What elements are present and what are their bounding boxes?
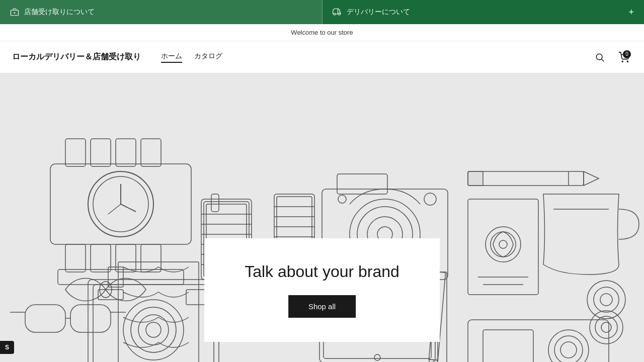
shopify-logo: S <box>5 344 9 351</box>
delivery-label: デリバリーについて <box>347 8 410 17</box>
search-icon <box>595 52 605 62</box>
svg-point-5 <box>596 54 602 60</box>
hero-title: Talk about your brand <box>245 262 399 281</box>
delivery-button[interactable]: デリバリーについて + <box>323 0 645 24</box>
svg-line-6 <box>602 59 604 61</box>
welcome-text: Welcome to our store <box>291 29 353 36</box>
welcome-banner: Welcome to our store <box>0 24 644 41</box>
cart-button[interactable]: 0 <box>616 49 632 65</box>
hero-card: Talk about your brand Shop all <box>204 238 440 342</box>
store-pickup-label: 店舗受け取りについて <box>24 8 95 17</box>
svg-rect-53 <box>468 171 483 186</box>
hero-section: Talk about your brand Shop all <box>0 73 644 362</box>
store-pickup-button[interactable]: 店舗受け取りについて <box>0 0 323 24</box>
header: ローカルデリバリー＆店舗受け取り ホーム カタログ 0 <box>0 41 644 73</box>
store-icon <box>10 8 19 17</box>
header-actions: 0 <box>592 49 632 65</box>
shopify-badge: S <box>0 341 14 354</box>
delivery-icon <box>333 8 342 17</box>
svg-point-3 <box>334 13 336 15</box>
cart-badge: 0 <box>623 50 631 58</box>
shop-all-button[interactable]: Shop all <box>288 295 356 318</box>
site-title: ローカルデリバリー＆店舗受け取り <box>12 52 141 62</box>
main-nav: ホーム カタログ <box>161 52 592 63</box>
top-bar: 店舗受け取りについて デリバリーについて + <box>0 0 644 24</box>
plus-icon: + <box>628 7 634 18</box>
nav-home[interactable]: ホーム <box>161 52 182 63</box>
svg-point-8 <box>627 61 628 62</box>
nav-catalog[interactable]: カタログ <box>194 52 222 63</box>
search-button[interactable] <box>592 49 608 65</box>
svg-point-7 <box>622 61 623 62</box>
